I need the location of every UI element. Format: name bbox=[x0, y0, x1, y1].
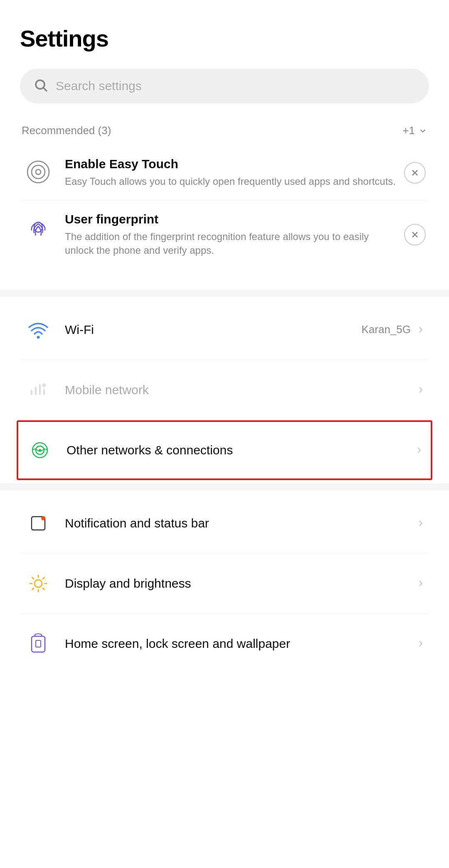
easy-touch-close-button[interactable] bbox=[404, 162, 426, 184]
easy-touch-title: Enable Easy Touch bbox=[65, 157, 397, 171]
recommended-list: Enable Easy Touch Easy Touch allows you … bbox=[20, 145, 429, 269]
svg-line-24 bbox=[32, 588, 34, 590]
easy-touch-icon bbox=[23, 157, 53, 187]
svg-line-1 bbox=[44, 88, 47, 91]
page-title: Settings bbox=[20, 25, 429, 52]
svg-point-10 bbox=[37, 336, 40, 338]
fingerprint-title: User fingerprint bbox=[65, 212, 397, 226]
fingerprint-content: User fingerprint The addition of the fin… bbox=[65, 212, 397, 257]
settings-item-other-networks[interactable]: Other networks & connections bbox=[17, 420, 432, 480]
wifi-icon bbox=[23, 315, 53, 345]
search-placeholder: Search settings bbox=[56, 79, 142, 93]
settings-list: Wi-Fi Karan_5G Mobile network bbox=[20, 297, 429, 674]
mobile-network-icon bbox=[23, 375, 53, 405]
notification-icon bbox=[23, 508, 53, 538]
fingerprint-close-button[interactable] bbox=[404, 224, 426, 245]
search-icon bbox=[33, 78, 48, 94]
svg-point-2 bbox=[27, 161, 49, 183]
display-icon bbox=[23, 569, 53, 598]
recommended-more-count: +1 bbox=[402, 124, 415, 137]
svg-point-3 bbox=[32, 165, 45, 179]
svg-rect-25 bbox=[32, 636, 45, 652]
display-label: Display and brightness bbox=[65, 576, 416, 591]
wifi-label: Wi-Fi bbox=[65, 323, 361, 337]
svg-rect-26 bbox=[36, 640, 41, 647]
svg-line-22 bbox=[43, 588, 44, 590]
svg-line-23 bbox=[43, 577, 44, 579]
other-networks-label: Other networks & connections bbox=[67, 443, 414, 457]
settings-item-wifi[interactable]: Wi-Fi Karan_5G bbox=[20, 300, 429, 360]
svg-point-4 bbox=[36, 169, 41, 174]
home-screen-label: Home screen, lock screen and wallpaper bbox=[65, 637, 416, 651]
settings-item-notification[interactable]: Notification and status bar bbox=[20, 493, 429, 554]
svg-point-0 bbox=[36, 80, 44, 89]
search-bar[interactable]: Search settings bbox=[20, 69, 429, 103]
recommended-item-easy-touch[interactable]: Enable Easy Touch Easy Touch allows you … bbox=[20, 145, 429, 201]
recommended-more[interactable]: +1 bbox=[402, 124, 427, 137]
settings-item-display[interactable]: Display and brightness bbox=[20, 554, 429, 614]
recommended-section-header: Recommended (3) +1 bbox=[20, 124, 429, 137]
settings-item-home-screen[interactable]: Home screen, lock screen and wallpaper bbox=[20, 614, 429, 674]
wifi-value: Karan_5G bbox=[361, 323, 411, 336]
other-networks-icon bbox=[25, 435, 55, 465]
section-divider-2 bbox=[0, 483, 449, 490]
easy-touch-content: Enable Easy Touch Easy Touch allows you … bbox=[65, 157, 397, 189]
svg-point-16 bbox=[35, 580, 42, 587]
recommended-item-fingerprint[interactable]: User fingerprint The addition of the fin… bbox=[20, 201, 429, 269]
notification-label: Notification and status bar bbox=[65, 516, 416, 530]
fingerprint-icon bbox=[23, 212, 53, 242]
mobile-network-label: Mobile network bbox=[65, 383, 416, 397]
home-screen-icon bbox=[23, 629, 53, 659]
settings-item-mobile-network[interactable]: Mobile network bbox=[20, 360, 429, 420]
svg-line-21 bbox=[32, 577, 34, 579]
section-divider bbox=[0, 290, 449, 297]
fingerprint-desc: The addition of the fingerprint recognit… bbox=[65, 230, 397, 257]
svg-point-15 bbox=[41, 516, 45, 520]
recommended-label: Recommended (3) bbox=[22, 124, 111, 137]
easy-touch-desc: Easy Touch allows you to quickly open fr… bbox=[65, 174, 397, 189]
